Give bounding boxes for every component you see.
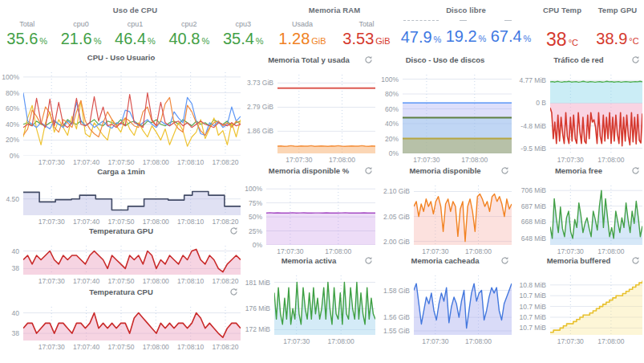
- chart-temperatura-cpu[interactable]: [23, 307, 241, 341]
- chart-memoria-disponible-pct[interactable]: [266, 186, 375, 245]
- y-axis-labels: 1.58 GiB1.56 GiB1.55 GiB: [379, 275, 414, 335]
- panel-title[interactable]: Memoria buffered: [547, 256, 611, 265]
- panel-trafico-de-red: Tráfico de red 4.77 MiB0 B-4.8 MiB-9.5 M…: [515, 55, 642, 165]
- stat-disk-3: 67.4%: [491, 20, 532, 45]
- stat-cpu1: cpu1 46.4%: [115, 20, 156, 47]
- refresh-button[interactable]: [229, 226, 238, 235]
- disk-sparkline: [493, 20, 529, 27]
- x-axis-labels: 17:07:3017:08:00: [242, 245, 375, 256]
- stats-row: Uso de CPU Total 35.6% cpu0 21.6% cpu1 4…: [0, 0, 644, 53]
- stat-disk-2: 19.2%: [446, 20, 487, 45]
- stat-section-uso-de-cpu: Uso de CPU Total 35.6% cpu0 21.6% cpu1 4…: [0, 0, 270, 53]
- stat-cpu-temp: 38°C: [544, 20, 581, 49]
- x-axis-labels: 17:07:3017:08:00: [515, 153, 642, 165]
- panel-cpu-uso-usuario: CPU - Uso Usuario 100%80%60%40%20%0% 17:…: [2, 53, 241, 167]
- y-axis-labels: 100%80%60%40%20%0%: [379, 75, 403, 153]
- x-axis-labels: 17:07:3017:08:00: [242, 335, 375, 346]
- stat-cpu3: cpu3 35.4%: [223, 20, 264, 47]
- refresh-button[interactable]: [363, 55, 373, 64]
- disk-sparkline: [448, 20, 484, 27]
- y-axis-labels: 100%75%50%25%0%: [242, 186, 266, 245]
- disk-sparkline: [403, 20, 439, 28]
- y-axis-labels: 10.8 MiB10.7 MiB10.7 MiB10.7 MiB10.7 MiB: [515, 275, 550, 335]
- refresh-button[interactable]: [630, 255, 640, 265]
- y-axis-labels: 4038: [2, 246, 23, 275]
- panel-memoria-cacheada: Memoria cacheada 1.58 GiB1.56 GiB1.55 Gi…: [379, 256, 512, 346]
- stat-cpu0: cpu0 21.6%: [61, 20, 102, 47]
- refresh-button[interactable]: [630, 165, 640, 175]
- y-axis-labels: 706 MiB687 MiB668 MiB648 MiB: [515, 186, 550, 245]
- stat-cpu2: cpu2 40.8%: [169, 20, 210, 47]
- chart-cpu-uso-usuario[interactable]: [23, 72, 241, 156]
- chart-trafico-de-red[interactable]: [550, 75, 642, 153]
- refresh-button[interactable]: [229, 287, 238, 296]
- section-title: Uso de CPU: [0, 6, 270, 14]
- chart-memoria-disponible[interactable]: [414, 186, 512, 245]
- x-axis-labels: 17:07:3017:07:4017:07:5017:08:0017:08:10…: [2, 156, 241, 167]
- panel-title[interactable]: Memoria disponible: [409, 166, 480, 175]
- panel-title[interactable]: Temperatura GPU: [89, 226, 153, 235]
- refresh-button[interactable]: [630, 55, 640, 64]
- y-axis-labels: 181 MiB176 MiB172 MiB: [242, 275, 274, 335]
- chart-disco-uso-de-discos[interactable]: [403, 75, 512, 153]
- stat-section-temp-gpu: Temp GPU 38.9°C: [591, 0, 644, 53]
- refresh-button[interactable]: [500, 165, 509, 175]
- panel-title[interactable]: Memoria cacheada: [411, 256, 479, 265]
- refresh-button[interactable]: [363, 255, 373, 265]
- panel-title[interactable]: Tráfico de red: [553, 55, 603, 64]
- x-axis-labels: 17:07:3017:08:00: [379, 335, 512, 346]
- stat-section-cpu-temp: CPU Temp 38°C: [533, 0, 591, 53]
- panel-title[interactable]: Disco - Uso de discos: [406, 55, 485, 64]
- section-title: Temp GPU: [591, 6, 644, 14]
- panel-memoria-activa: Memoria activa 181 MiB176 MiB172 MiB 17:…: [242, 256, 375, 346]
- panel-disco-uso-de-discos: Disco - Uso de discos 100%80%60%40%20%0%…: [379, 55, 512, 165]
- panel-title[interactable]: Temperatura CPU: [89, 288, 153, 296]
- chart-temperatura-gpu[interactable]: [23, 246, 241, 275]
- panel-title[interactable]: Memoria disponible %: [269, 166, 349, 175]
- x-axis-labels: 17:07:3017:08:00: [515, 335, 642, 346]
- y-axis-labels: 2.10 GiB2.05 GiB2.00 GiB: [379, 186, 414, 245]
- x-axis-labels: 17:07:3017:07:4017:07:5017:08:0017:08:10…: [2, 215, 241, 226]
- section-title: CPU Temp: [533, 6, 591, 14]
- stat-gpu-temp: 38.9°C: [596, 20, 638, 47]
- panel-title[interactable]: Memoria free: [555, 166, 602, 175]
- stat-ram-usada: Usada 1.28GiB: [278, 20, 326, 47]
- panel-title[interactable]: CPU - Uso Usuario: [87, 53, 155, 62]
- section-title: Memoria RAM: [270, 6, 399, 14]
- chart-memoria-activa[interactable]: [274, 275, 375, 335]
- stat-section-disco-libre: Disco libre 47.9% 19.2% 67.4%: [399, 0, 533, 53]
- chart-memoria-free[interactable]: [550, 186, 642, 245]
- stat-disk-1: 47.9%: [401, 20, 442, 45]
- section-title: Disco libre: [399, 6, 533, 14]
- x-axis-labels: 17:07:3017:08:00: [379, 153, 512, 165]
- panel-carga-a-1min: Carga a 1min 4.50 17:07:3017:07:4017:07:…: [2, 167, 241, 226]
- refresh-button[interactable]: [363, 165, 373, 175]
- panel-memoria-buffered: Memoria buffered 10.8 MiB10.7 MiB10.7 Mi…: [515, 256, 642, 346]
- monitoring-dashboard: Uso de CPU Total 35.6% cpu0 21.6% cpu1 4…: [0, 0, 644, 363]
- x-axis-labels: 17:07:3017:08:00: [515, 245, 642, 256]
- panel-title[interactable]: Memoria Total y usada: [268, 55, 350, 64]
- stat-section-memoria-ram: Memoria RAM Usada 1.28GiB Total 3.53GiB: [270, 0, 399, 53]
- panel-title[interactable]: Carga a 1min: [97, 167, 145, 176]
- panel-memoria-disponible-pct: Memoria disponible % 100%75%50%25%0% 17:…: [242, 166, 375, 256]
- stat-cpu-total: Total 35.6%: [6, 20, 47, 47]
- stat-ram-total: Total 3.53GiB: [342, 20, 390, 47]
- y-axis-labels: 3.73 GiB2.79 GiB1.86 GiB: [242, 75, 277, 153]
- panel-memoria-disponible: Memoria disponible 2.10 GiB2.05 GiB2.00 …: [379, 166, 512, 256]
- y-axis-labels: 4.50: [2, 186, 23, 215]
- x-axis-labels: 17:07:3017:07:4017:07:5017:08:0017:08:10…: [2, 275, 241, 286]
- panel-memoria-free: Memoria free 706 MiB687 MiB668 MiB648 Mi…: [515, 166, 642, 256]
- refresh-button[interactable]: [500, 255, 509, 265]
- chart-memoria-cacheada[interactable]: [414, 275, 512, 335]
- chart-carga-a-1min[interactable]: [23, 186, 241, 215]
- x-axis-labels: 17:07:3017:08:00: [379, 245, 512, 256]
- panel-title[interactable]: Memoria activa: [281, 256, 337, 265]
- chart-memoria-buffered[interactable]: [550, 275, 642, 335]
- x-axis-labels: 17:07:3017:07:4017:07:5017:08:0017:08:10…: [2, 341, 241, 352]
- panel-temperatura-gpu: Temperatura GPU 4038 17:07:3017:07:4017:…: [2, 226, 241, 286]
- panel-temperatura-cpu: Temperatura CPU 4038 17:07:3017:07:4017:…: [2, 288, 241, 352]
- chart-memoria-total-y-usada[interactable]: [277, 75, 375, 153]
- y-axis-labels: 4.77 MiB0 B-4.8 MiB-9.5 MiB: [515, 75, 550, 153]
- panel-memoria-total-y-usada: Memoria Total y usada 3.73 GiB2.79 GiB1.…: [242, 55, 375, 165]
- y-axis-labels: 100%80%60%40%20%0%: [2, 72, 23, 156]
